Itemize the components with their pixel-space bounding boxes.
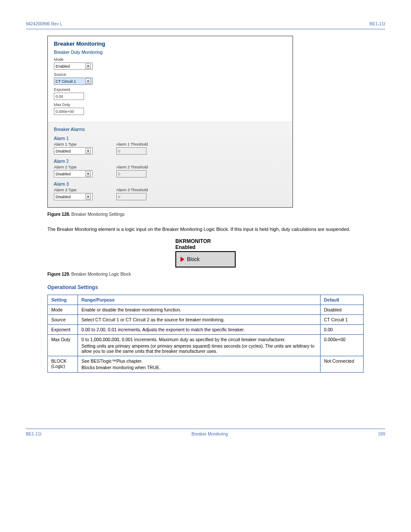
header-doc-id: 9424200996 Rev L: [26, 22, 62, 26]
triangle-icon: [181, 257, 184, 262]
mode-value: Enabled: [56, 64, 70, 68]
alarm1-threshold-input[interactable]: 0: [116, 147, 146, 155]
mode-label: Mode: [54, 57, 286, 62]
chevron-down-icon[interactable]: ▼: [85, 78, 91, 84]
exponent-value: 0.00: [56, 94, 63, 99]
alarm2-group-title: Alarm 2: [54, 159, 286, 164]
cell-desc-text: See BESTlogic™Plus chapter.: [81, 358, 143, 364]
chevron-down-icon[interactable]: ▼: [85, 148, 91, 154]
alarm3-threshold-input[interactable]: 0: [116, 193, 146, 200]
footer-right: 189: [378, 432, 385, 436]
source-value: CT Circuit 1: [56, 79, 76, 84]
table-row: Exponent 0.00 to 2.00, 0.01 increments. …: [48, 325, 364, 335]
logic-block-subtitle: Enabled: [175, 244, 236, 250]
header-page-ref: BE1-11t: [370, 22, 385, 26]
cell-default: Not Connected: [321, 356, 364, 373]
figure-128-number: Figure 128.: [47, 212, 70, 217]
th-default: Default: [321, 295, 364, 305]
figure-129-number: Figure 129.: [47, 272, 70, 277]
source-select[interactable]: CT Circuit 1 ▼: [54, 78, 93, 85]
table-row: BLOCK (Logic) See BESTlogic™Plus chapter…: [48, 356, 364, 373]
alarm2-threshold-input[interactable]: 0: [116, 170, 146, 177]
cell-setting: BLOCK (Logic): [48, 356, 78, 373]
logic-block-box: Block: [175, 251, 236, 268]
cell-default: 0.00: [321, 325, 364, 335]
exponent-label: Exponent: [54, 87, 286, 92]
cell-desc-line: Blocks breaker monitoring when TRUE.: [81, 365, 317, 370]
chevron-down-icon[interactable]: ▼: [85, 171, 91, 177]
alarm2-type-label: Alarm 2 Type: [54, 165, 93, 169]
alarm3-type-label: Alarm 3 Type: [54, 188, 93, 192]
cell-setting: Mode: [48, 305, 78, 315]
alarm2-type-value: Disabled: [56, 172, 71, 176]
breaker-monitoring-panel: Breaker Monitoring Breaker Duty Monitori…: [47, 36, 293, 208]
cell-desc: 0 to 1,000,000,000, 0.001 increments. Ma…: [78, 335, 321, 356]
alarm1-group-title: Alarm 1: [54, 136, 286, 141]
cell-default: CT Circuit 1: [321, 315, 364, 325]
maxduty-label: Max Duty: [54, 103, 286, 107]
alarm2-type-select[interactable]: Disabled ▼: [54, 170, 93, 177]
maxduty-value: 0.000e+00: [56, 109, 74, 114]
alarm3-type-value: Disabled: [56, 195, 71, 199]
cell-default: Disabled: [321, 305, 364, 315]
alarm1-type-select[interactable]: Disabled ▼: [54, 147, 93, 155]
source-label: Source: [54, 72, 286, 77]
settings-table: Setting Range/Purpose Default Mode Enabl…: [47, 295, 364, 373]
footer-left: BE1-11t: [26, 432, 41, 436]
cell-desc: Select CT Circuit 1 or CT Circuit 2 as t…: [78, 315, 321, 325]
alarm3-threshold-value: 0: [118, 195, 120, 199]
operational-settings-heading: Operational Settings: [47, 284, 364, 290]
footer-rule: [26, 429, 385, 429]
th-setting: Setting: [48, 295, 78, 305]
alarm3-group-title: Alarm 3: [54, 182, 286, 187]
exponent-input[interactable]: 0.00: [54, 93, 84, 100]
alarm3-type-select[interactable]: Disabled ▼: [54, 193, 93, 200]
th-desc: Range/Purpose: [78, 295, 321, 305]
logic-block-label: Block: [187, 256, 199, 262]
alarm2-threshold-value: 0: [118, 172, 120, 176]
alarm2-threshold-label: Alarm 2 Threshold: [116, 165, 148, 169]
cell-default: 0.000e+00: [321, 335, 364, 356]
table-row: Source Select CT Circuit 1 or CT Circuit…: [48, 315, 364, 325]
table-row: Max Duty 0 to 1,000,000,000, 0.001 incre…: [48, 335, 364, 356]
figure-129-caption: Figure 129. Breaker Monitoring Logic Blo…: [47, 272, 364, 277]
cell-desc-line: 0 to 1,000,000,000, 0.001 increments. Ma…: [81, 337, 317, 342]
figure-128-caption: Figure 128. Breaker Monitoring Settings: [47, 212, 364, 217]
cell-setting: Source: [48, 315, 78, 325]
figure-128-text: Breaker Monitoring Settings: [72, 212, 125, 217]
cell-desc-line: Setting units are primary amperes (or pr…: [81, 343, 317, 354]
figure-129-text: Breaker Monitoring Logic Block: [72, 272, 131, 277]
page-footer: BE1-11t Breaker Monitoring 189: [26, 429, 385, 436]
intro-paragraph: The Breaker Monitoring element is a logi…: [47, 226, 364, 233]
panel-title: Breaker Monitoring: [54, 40, 286, 47]
cell-desc: 0.00 to 2.00, 0.01 increments. Adjusts t…: [78, 325, 321, 335]
duty-monitoring-subtitle: Breaker Duty Monitoring: [54, 50, 286, 55]
maxduty-input[interactable]: 0.000e+00: [54, 108, 84, 115]
cell-desc: See BESTlogic™Plus chapter. Blocks break…: [78, 356, 321, 373]
alarm1-threshold-label: Alarm 1 Threshold: [116, 142, 148, 146]
alarm3-threshold-label: Alarm 3 Threshold: [116, 188, 148, 192]
cell-desc: Enable or disable the breaker monitoring…: [78, 305, 321, 315]
chevron-down-icon[interactable]: ▼: [85, 194, 91, 199]
alarm1-type-label: Alarm 1 Type: [54, 142, 93, 146]
alarm1-type-value: Disabled: [56, 149, 71, 153]
cell-desc-line: See BESTlogic™Plus chapter.: [81, 358, 317, 364]
chevron-down-icon[interactable]: ▼: [85, 63, 91, 69]
alarm1-threshold-value: 0: [118, 149, 120, 153]
alarms-subtitle: Breaker Alarms: [54, 127, 286, 132]
cell-setting: Exponent: [48, 325, 78, 335]
main-content: Breaker Monitoring Breaker Duty Monitori…: [26, 29, 385, 373]
mode-select[interactable]: Enabled ▼: [54, 62, 93, 70]
logic-block-figure: BKRMONITOR Enabled Block: [47, 239, 364, 268]
table-header-row: Setting Range/Purpose Default: [48, 295, 364, 305]
footer-center: Breaker Monitoring: [191, 432, 227, 436]
table-row: Mode Enable or disable the breaker monit…: [48, 305, 364, 315]
cell-setting: Max Duty: [48, 335, 78, 356]
logic-block-title: BKRMONITOR: [175, 239, 236, 244]
